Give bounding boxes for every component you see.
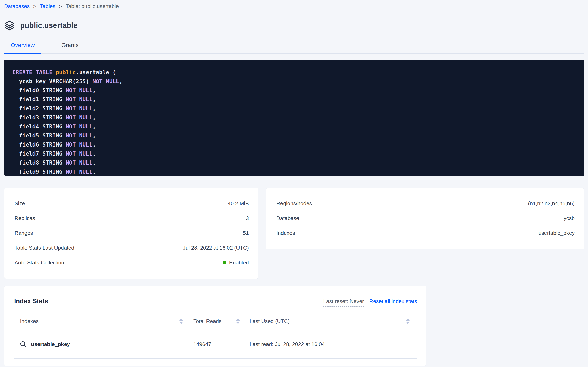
table-meta-card: Regions/nodes(n1,n2,n3,n4,n5,n6)Database… xyxy=(266,188,584,249)
table-details-card: Size40.2 MiBReplicas3Ranges51Table Stats… xyxy=(4,188,258,279)
status-dot-icon xyxy=(223,261,226,265)
sql-line: field9 STRING NOT NULL, xyxy=(12,167,576,176)
breadcrumb: Databases>Tables>Table: public.usertable xyxy=(4,3,584,9)
stat-value: Enabled xyxy=(223,259,249,266)
sort-arrows-icon xyxy=(406,318,410,324)
sql-create-statement[interactable]: CREATE TABLE public.usertable ( ycsb_key… xyxy=(4,60,584,176)
stat-label: Size xyxy=(15,200,25,207)
sql-line: field3 STRING NOT NULL, xyxy=(12,113,576,122)
stat-value: ycsb xyxy=(564,215,575,222)
stat-row: Regions/nodes(n1,n2,n3,n4,n5,n6) xyxy=(276,200,575,207)
sql-line: field6 STRING NOT NULL, xyxy=(12,140,576,149)
index-stats-header: Index Stats Last reset: Never Reset all … xyxy=(14,297,417,307)
column-header-label: Last Used (UTC) xyxy=(250,318,290,324)
stat-label: Ranges xyxy=(15,229,33,237)
last-used-value: Last read: Jul 28, 2022 at 16:04 xyxy=(240,341,410,348)
stat-row: Databaseycsb xyxy=(276,215,575,222)
stat-label: Table Stats Last Updated xyxy=(15,244,74,251)
sql-line: field5 STRING NOT NULL, xyxy=(12,131,576,140)
index-stats-card: Index Stats Last reset: Never Reset all … xyxy=(4,286,426,366)
chevron-right-icon: > xyxy=(33,3,36,9)
sql-line: field4 STRING NOT NULL, xyxy=(12,122,576,131)
page-title-row: public.usertable xyxy=(4,20,584,31)
stat-value: (n1,n2,n3,n4,n5,n6) xyxy=(528,200,575,207)
last-reset-label: Last reset: Never xyxy=(323,298,364,307)
stat-row: Indexesusertable_pkey xyxy=(276,229,575,237)
index-table-header: IndexesTotal ReadsLast Used (UTC) xyxy=(14,318,417,330)
stat-value: usertable_pkey xyxy=(538,229,575,237)
sql-line: field8 STRING NOT NULL, xyxy=(12,158,576,167)
tab-bar: OverviewGrants xyxy=(4,42,584,54)
column-header-total-reads[interactable]: Total Reads xyxy=(183,318,240,324)
index-name: usertable_pkey xyxy=(31,341,70,348)
sql-line: field7 STRING NOT NULL, xyxy=(12,149,576,158)
index-stats-title: Index Stats xyxy=(14,297,48,306)
sql-line: field1 STRING NOT NULL, xyxy=(12,95,576,104)
column-header-label: Indexes xyxy=(20,318,39,324)
index-table-body: usertable_pkey149647Last read: Jul 28, 2… xyxy=(14,330,417,359)
column-header-indexes[interactable]: Indexes xyxy=(14,318,183,324)
summary-cards-row: Size40.2 MiBReplicas3Ranges51Table Stats… xyxy=(4,188,584,279)
breadcrumb-current: Table: public.usertable xyxy=(66,3,119,9)
layers-stack-icon xyxy=(4,20,15,31)
stat-label: Database xyxy=(276,215,299,222)
chevron-right-icon: > xyxy=(59,3,62,9)
reset-index-stats-link[interactable]: Reset all index stats xyxy=(369,298,417,305)
sql-line: field2 STRING NOT NULL, xyxy=(12,104,576,113)
total-reads-value: 149647 xyxy=(183,341,240,348)
stat-value: 40.2 MiB xyxy=(228,200,249,207)
tab-overview[interactable]: Overview xyxy=(4,42,41,53)
index-stats-table: IndexesTotal ReadsLast Used (UTC) userta… xyxy=(14,318,417,359)
sort-arrows-icon xyxy=(236,318,240,324)
stat-row: Size40.2 MiB xyxy=(15,200,249,207)
index-name-link[interactable]: usertable_pkey xyxy=(14,340,183,348)
stat-row: Table Stats Last UpdatedJul 28, 2022 at … xyxy=(15,244,249,251)
stat-value: 3 xyxy=(246,215,249,222)
index-stats-row: usertable_pkey149647Last read: Jul 28, 2… xyxy=(14,330,417,359)
table-detail-page: Databases>Tables>Table: public.usertable… xyxy=(0,0,588,366)
column-header-label: Total Reads xyxy=(193,318,222,324)
search-icon xyxy=(19,340,27,348)
tab-grants[interactable]: Grants xyxy=(55,42,85,53)
stat-row: Ranges51 xyxy=(15,229,249,237)
stat-value: Jul 28, 2022 at 16:02 (UTC) xyxy=(183,244,249,251)
stat-label: Auto Stats Collection xyxy=(15,259,64,266)
stat-label: Replicas xyxy=(15,215,35,222)
index-stats-actions: Last reset: Never Reset all index stats xyxy=(323,297,417,307)
sql-line: field0 STRING NOT NULL, xyxy=(12,86,576,95)
breadcrumb-link-tables[interactable]: Tables xyxy=(40,3,55,9)
stat-row: Auto Stats CollectionEnabled xyxy=(15,259,249,266)
stat-label: Regions/nodes xyxy=(276,200,312,207)
column-header-last-used-utc-[interactable]: Last Used (UTC) xyxy=(240,318,410,324)
sort-arrows-icon xyxy=(179,318,183,324)
page-title: public.usertable xyxy=(20,20,77,31)
sql-line: CREATE TABLE public.usertable ( xyxy=(12,68,576,77)
stat-label: Indexes xyxy=(276,229,295,237)
stat-row: Replicas3 xyxy=(15,215,249,222)
breadcrumb-link-databases[interactable]: Databases xyxy=(4,3,30,9)
sql-line: ycsb_key VARCHAR(255) NOT NULL, xyxy=(12,77,576,86)
stat-value: 51 xyxy=(243,229,249,237)
